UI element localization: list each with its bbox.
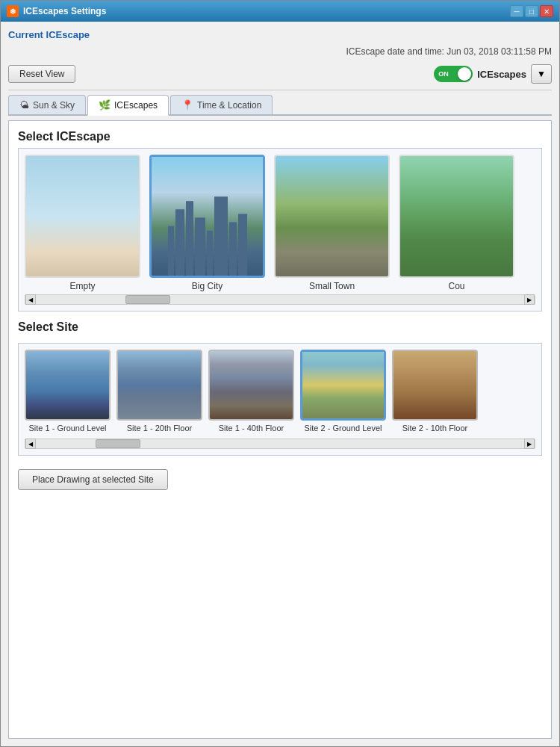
tab-icescapes-label: ICEscapes	[114, 100, 158, 111]
ice-thumb-empty-label: Empty	[69, 281, 95, 291]
country-preview	[400, 156, 513, 276]
empty-preview	[26, 156, 139, 276]
place-button-container: Place Drawing at selected Site	[18, 460, 542, 490]
site-s1-20f-label: Site 1 - 20th Floor	[127, 424, 192, 433]
icescapes-tab-icon: 🌿	[99, 99, 111, 111]
tab-sun-sky[interactable]: 🌤 Sun & Sky	[8, 95, 86, 114]
ice-select-section: Select ICEscape Empty	[18, 130, 542, 311]
building	[175, 209, 184, 276]
main-window: ❄ ICEscapes Settings ─ □ ✕ Current ICEsc…	[0, 0, 560, 747]
toggle-group: ON ICEscapes ▼	[434, 64, 552, 84]
building	[207, 230, 213, 276]
datetime-display: ICEscape date and time: Jun 03, 2018 03:…	[8, 46, 552, 57]
site-s2gl-label: Site 2 - Ground Level	[305, 424, 382, 433]
reset-view-button[interactable]: Reset View	[8, 65, 75, 83]
place-drawing-button[interactable]: Place Drawing at selected Site	[18, 469, 168, 490]
app-icon: ❄	[7, 5, 19, 17]
site-thumbnails-row: Site 1 - Ground Level Site 1 - 20th Floo…	[25, 350, 535, 433]
ice-thumb-img-big-city	[149, 155, 265, 278]
ice-scrollbar[interactable]: ◀ ▶	[25, 294, 535, 305]
title-bar: ❄ ICEscapes Settings ─ □ ✕	[1, 1, 559, 22]
site-thumb-img-s1gl	[25, 350, 111, 421]
tab-time-location[interactable]: 📍 Time & Location	[170, 95, 273, 114]
building	[195, 217, 205, 276]
site-select-title: Select Site	[18, 320, 542, 334]
toggle-on-text: ON	[438, 70, 449, 78]
ice-thumb-img-small-town	[274, 155, 390, 278]
building	[238, 214, 247, 276]
site-s2-10f-label: Site 2 - 10th Floor	[402, 424, 467, 433]
building	[214, 196, 228, 276]
site-s2gl-preview	[302, 352, 384, 418]
close-button[interactable]: ✕	[540, 5, 553, 17]
site-thumb-img-s1-20f	[116, 350, 202, 421]
site-select-box: Site 1 - Ground Level Site 1 - 20th Floo…	[18, 343, 542, 456]
buildings-overlay	[152, 193, 263, 276]
tab-time-location-label: Time & Location	[197, 100, 261, 111]
site-scrollbar[interactable]: ◀ ▶	[25, 438, 535, 449]
site-thumb-s2gl[interactable]: Site 2 - Ground Level	[300, 350, 386, 433]
site-thumb-s1-20f[interactable]: Site 1 - 20th Floor	[116, 350, 202, 433]
site-thumb-s2-10f[interactable]: Site 2 - 10th Floor	[392, 350, 478, 433]
ice-thumbnails-row: Empty	[25, 155, 535, 291]
site-s1gl-preview	[26, 351, 109, 419]
ice-thumb-img-empty	[25, 155, 140, 278]
current-icescape-label: Current ICEscape	[8, 29, 552, 40]
site-thumb-img-s1-40f	[208, 350, 294, 421]
small-town-preview	[276, 156, 388, 276]
ice-thumb-empty[interactable]: Empty	[25, 155, 140, 291]
site-scroll-left-arrow[interactable]: ◀	[25, 438, 36, 449]
title-bar-left: ❄ ICEscapes Settings	[7, 5, 106, 17]
tab-sun-sky-label: Sun & Sky	[33, 100, 75, 111]
site-scroll-thumb[interactable]	[96, 439, 140, 448]
site-s1gl-label: Site 1 - Ground Level	[29, 424, 107, 433]
tabs-row: 🌤 Sun & Sky 🌿 ICEscapes 📍 Time & Locatio…	[8, 95, 552, 116]
site-scroll-right-arrow[interactable]: ▶	[524, 438, 535, 449]
site-select-section: Select Site Site 1 - Ground Level	[18, 320, 542, 490]
ice-scroll-thumb[interactable]	[125, 295, 170, 304]
scroll-right-arrow[interactable]: ▶	[524, 294, 535, 305]
ice-thumb-small-town[interactable]: Small Town	[274, 155, 390, 291]
ice-thumb-small-town-label: Small Town	[309, 281, 355, 291]
big-city-preview	[152, 157, 263, 276]
toggle-knob	[458, 67, 471, 81]
site-thumb-s1gl[interactable]: Site 1 - Ground Level	[25, 350, 111, 433]
content-area: Current ICEscape ICEscape date and time:…	[1, 22, 559, 746]
ice-thumb-country[interactable]: Cou	[399, 155, 514, 291]
site-s1-20f-preview	[118, 351, 201, 419]
tab-icescapes[interactable]: 🌿 ICEscapes	[87, 95, 169, 116]
sun-sky-icon: 🌤	[19, 99, 29, 111]
time-location-icon: 📍	[181, 99, 193, 111]
ice-scroll-track[interactable]	[36, 295, 524, 304]
site-s1-40f-preview	[210, 351, 293, 419]
ice-thumb-big-city-label: Big City	[192, 281, 223, 291]
ice-select-box: Empty	[18, 148, 542, 311]
building	[186, 201, 193, 276]
building	[168, 226, 174, 276]
title-bar-controls: ─ □ ✕	[510, 5, 553, 17]
building	[229, 222, 237, 276]
maximize-button[interactable]: □	[525, 5, 538, 17]
ice-select-title: Select ICEscape	[18, 130, 542, 143]
main-panel: Select ICEscape Empty	[8, 120, 552, 739]
scroll-left-arrow[interactable]: ◀	[25, 294, 36, 305]
window-title: ICEscapes Settings	[23, 6, 106, 16]
toggle-label-text: ICEscapes	[477, 69, 526, 80]
site-thumb-s1-40f[interactable]: Site 1 - 40th Floor	[208, 350, 294, 433]
toolbar-row: Reset View ON ICEscapes ▼	[8, 61, 552, 90]
site-s1-40f-label: Site 1 - 40th Floor	[219, 424, 284, 433]
ice-thumb-img-country	[399, 155, 514, 278]
site-scroll-track[interactable]	[36, 439, 524, 448]
minimize-button[interactable]: ─	[510, 5, 523, 17]
ice-thumb-country-label: Cou	[448, 281, 464, 291]
icescapes-dropdown-button[interactable]: ▼	[531, 64, 552, 84]
site-thumb-img-s2-10f	[392, 350, 478, 421]
site-s2-10f-preview	[393, 351, 476, 419]
ice-thumb-big-city[interactable]: Big City	[149, 155, 265, 291]
icescapes-toggle[interactable]: ON	[434, 66, 473, 82]
site-thumb-img-s2gl	[300, 350, 386, 421]
